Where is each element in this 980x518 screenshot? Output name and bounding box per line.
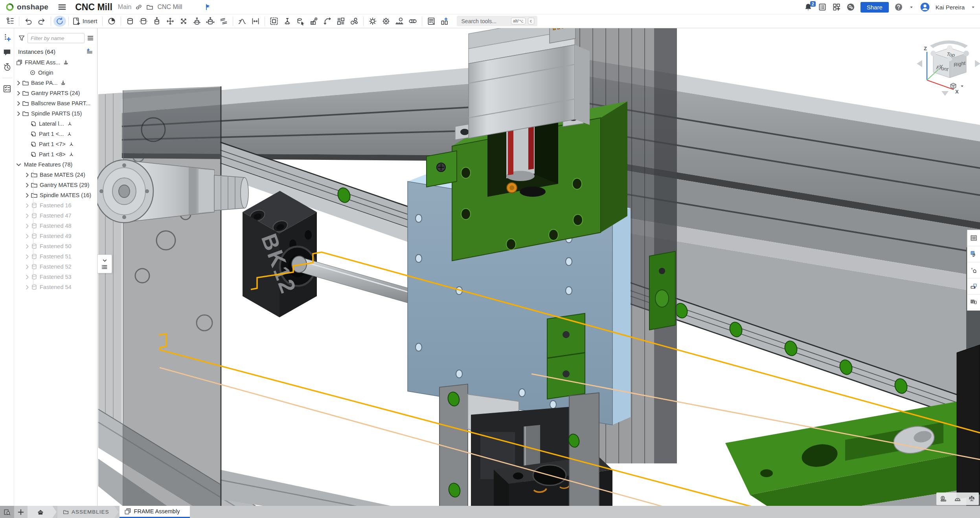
view-cube[interactable]: Top Front Right Z X Y: [915, 34, 980, 99]
fastened-mate-button[interactable]: [123, 15, 137, 27]
user-menu-caret[interactable]: [970, 4, 976, 10]
instance-origin-row[interactable]: Origin: [14, 68, 97, 78]
gantry-side-plate[interactable]: [123, 86, 221, 506]
instance-gantry-parts-row[interactable]: Gantry PARTS (24): [14, 88, 97, 98]
linear-pattern-button[interactable]: [334, 15, 348, 27]
cylindrical-mate-button[interactable]: [204, 15, 217, 27]
undo-button[interactable]: [22, 15, 35, 27]
mate-fastened-51-row[interactable]: Fastened 51: [14, 251, 97, 262]
chevron-right-icon-wrap[interactable]: [24, 254, 31, 260]
protractor-button[interactable]: [951, 492, 965, 505]
structure-tree-button[interactable]: [3, 15, 17, 27]
user-avatar[interactable]: [920, 2, 930, 12]
mate-fastened-50-row[interactable]: Fastened 50: [14, 241, 97, 251]
chevron-right-icon-wrap[interactable]: [15, 80, 22, 86]
help-caret[interactable]: [908, 4, 914, 10]
instance-part1-a-row[interactable]: Part 1 <...: [14, 129, 97, 139]
instance-spindle-parts-row[interactable]: Spindle PARTS (15): [14, 108, 97, 119]
mate-connector-button[interactable]: [281, 15, 294, 27]
home-tab[interactable]: [28, 506, 57, 518]
instance-panel-button[interactable]: [967, 262, 980, 278]
sprocket-relation-button[interactable]: [379, 15, 393, 27]
chevron-right-icon-wrap[interactable]: [24, 223, 31, 229]
explode-button[interactable]: [348, 15, 361, 27]
viewport-3d[interactable]: BK12: [97, 28, 980, 506]
mate-limits-button[interactable]: [249, 15, 262, 27]
chevron-right-icon-wrap[interactable]: [24, 264, 31, 270]
ball-mate-button[interactable]: [177, 15, 190, 27]
measure-button[interactable]: [936, 492, 951, 505]
chevron-right-icon-wrap[interactable]: [24, 233, 31, 239]
onshape-logo[interactable]: onshape: [6, 3, 48, 11]
sync-button[interactable]: [53, 16, 66, 27]
insert-instance-icon[interactable]: [86, 48, 93, 55]
gear-relation-button[interactable]: [366, 15, 379, 27]
history-button[interactable]: [2, 62, 12, 72]
share-button[interactable]: Share: [860, 2, 889, 13]
chevron-right-icon-wrap[interactable]: [24, 274, 31, 280]
chevron-right-icon-wrap[interactable]: [15, 90, 22, 96]
list-options-icon[interactable]: [87, 35, 94, 42]
mates-base-row[interactable]: Base MATES (24): [14, 170, 97, 180]
mates-spindle-row[interactable]: Spindle MATES (16): [14, 190, 97, 200]
display-states-button[interactable]: [425, 15, 438, 27]
view-options-button[interactable]: [950, 82, 965, 90]
chevron-right-icon-wrap[interactable]: [24, 284, 31, 290]
search-tools-box[interactable]: Search tools...alt/⌥c: [457, 16, 537, 26]
follow-mode-button[interactable]: [2, 84, 12, 94]
chevron-right-icon-wrap[interactable]: [24, 172, 31, 178]
notifications-button[interactable]: 2: [804, 3, 813, 11]
instance-part1-7-row[interactable]: Part 1 <7>: [14, 139, 97, 149]
tasks-button[interactable]: [818, 3, 827, 11]
named-positions-button[interactable]: [105, 15, 118, 27]
smart-fasteners-button[interactable]: [307, 15, 321, 27]
appearance-panel-button[interactable]: [967, 246, 980, 262]
instance-lateral-row[interactable]: Lateral l...: [14, 119, 97, 129]
group-mate-button[interactable]: [267, 15, 281, 27]
mate-fastened-53-row[interactable]: Fastened 53: [14, 272, 97, 282]
tangent-mate-button[interactable]: [235, 15, 249, 27]
insert-button[interactable]: Insert: [71, 15, 100, 27]
instance-base-parts-row[interactable]: Base PA...: [14, 78, 97, 88]
planar-mate-button[interactable]: [164, 15, 177, 27]
green-bracket-left[interactable]: [427, 151, 457, 187]
instance-frame-assembly-row[interactable]: FRAME Ass...: [14, 57, 97, 68]
named-views-button[interactable]: [438, 15, 451, 27]
rail-clamp-knob-block[interactable]: [649, 251, 675, 330]
rack-relation-button[interactable]: [393, 15, 406, 27]
help-button[interactable]: [894, 3, 903, 11]
breadcrumb-name[interactable]: CNC Mill: [157, 4, 182, 11]
filter-funnel-icon[interactable]: [18, 35, 25, 42]
bk12-bearing-block[interactable]: BK12: [243, 191, 317, 317]
mate-features-header-row[interactable]: Mate Features (78): [14, 159, 97, 170]
instance-ballscrew-base-parts-row[interactable]: Ballscrew Base PART...: [14, 98, 97, 108]
features-flyout-toggle[interactable]: [97, 254, 112, 273]
belt-relation-button[interactable]: [406, 15, 419, 27]
redo-button[interactable]: [35, 15, 48, 27]
breadcrumb-folder[interactable]: [146, 4, 153, 11]
chevron-right-icon-wrap[interactable]: [15, 101, 22, 106]
user-name[interactable]: Kai Pereira: [936, 4, 965, 11]
chevron-right-icon-wrap[interactable]: [24, 213, 31, 219]
chevron-right-icon-wrap[interactable]: [24, 243, 31, 249]
ai-assistant-button[interactable]: [846, 3, 855, 11]
mates-gantry-row[interactable]: Gantry MATES (29): [14, 180, 97, 190]
comments-button[interactable]: [2, 47, 12, 57]
chevron-down-icon-wrap[interactable]: [15, 162, 22, 168]
configuration-panel-button[interactable]: [967, 295, 980, 310]
mate-fastened-52-row[interactable]: Fastened 52: [14, 262, 97, 272]
apps-button[interactable]: [832, 3, 841, 11]
mate-fastened-16-row[interactable]: Fastened 16: [14, 200, 97, 210]
chevron-right-icon-wrap[interactable]: [24, 192, 31, 198]
tab-frame-assembly[interactable]: FRAME Assembly: [120, 506, 190, 518]
mate-fastened-47-row[interactable]: Fastened 47: [14, 210, 97, 221]
chevron-right-icon-wrap[interactable]: [24, 182, 31, 188]
z-stepper-motor[interactable]: [455, 28, 590, 140]
release-flag-button[interactable]: [204, 4, 211, 11]
chevron-right-icon-wrap[interactable]: [24, 203, 31, 209]
bom-panel-button[interactable]: [967, 230, 980, 246]
mate-fastened-48-row[interactable]: Fastened 48: [14, 221, 97, 231]
section-panel-button[interactable]: [967, 278, 980, 295]
main-menu-button[interactable]: [58, 3, 66, 11]
insert-new-button[interactable]: [2, 32, 12, 42]
